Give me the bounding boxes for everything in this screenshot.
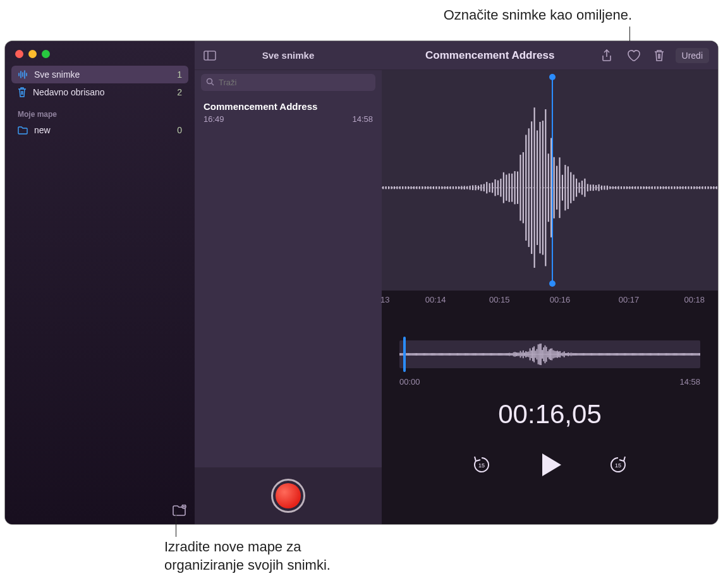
- sidebar-item-label: Nedavno obrisano: [33, 87, 105, 97]
- sidebar-item-count: 0: [177, 125, 182, 135]
- delete-button[interactable]: [652, 47, 667, 64]
- playback-controls: 15 15: [382, 451, 718, 479]
- page-title: Commencement Address: [391, 49, 590, 62]
- recording-row[interactable]: Commencement Address 16:49 14:58: [195, 95, 382, 130]
- sidebar-item-recently-deleted[interactable]: Nedavno obrisano 2: [11, 83, 188, 101]
- new-folder-button[interactable]: [171, 504, 188, 518]
- current-time: 00:16,05: [382, 399, 718, 429]
- skip-back-button[interactable]: 15: [471, 455, 492, 475]
- search-input[interactable]: [201, 74, 375, 91]
- trash-icon: [18, 87, 27, 97]
- ruler-tick: 00:15: [489, 295, 510, 304]
- sidebar-item-label: new: [34, 125, 51, 135]
- overview-playhead[interactable]: [403, 337, 406, 372]
- app-window: Sve snimke 1 Nedavno obrisano 2 Moje map…: [5, 41, 718, 524]
- record-icon: [276, 483, 301, 508]
- svg-rect-10: [204, 51, 216, 60]
- sidebar: Sve snimke 1 Nedavno obrisano 2 Moje map…: [5, 41, 195, 524]
- favorite-button[interactable]: [624, 47, 643, 64]
- recordings-list-panel: Sve snimke Commencement Address 16:49 14…: [195, 41, 382, 524]
- sidebar-item-count: 2: [177, 87, 182, 97]
- close-window[interactable]: [15, 50, 23, 58]
- overview-end: 14:58: [679, 377, 700, 387]
- edit-button[interactable]: Uredi: [676, 48, 709, 63]
- time-ruler: 13 00:14 00:15 00:16 00:17 00:18: [382, 291, 718, 315]
- callout-line: [176, 512, 176, 537]
- sidebar-item-count: 1: [177, 69, 182, 80]
- share-button[interactable]: [598, 47, 615, 64]
- folder-icon: [18, 126, 28, 135]
- list-title: Sve snimke: [262, 50, 315, 61]
- sidebar-item-all-recordings[interactable]: Sve snimke 1: [11, 66, 188, 83]
- search-icon: [206, 78, 214, 86]
- sidebar-item-label: Sve snimke: [34, 69, 80, 80]
- ruler-tick: 00:18: [684, 295, 705, 304]
- play-button[interactable]: [536, 451, 564, 479]
- main-panel: Commencement Address Uredi 13 00:14 00:1…: [382, 41, 718, 524]
- ruler-tick: 00:17: [619, 295, 640, 304]
- window-controls: [5, 41, 195, 62]
- waveform-icon: [18, 70, 28, 79]
- svg-text:15: 15: [478, 462, 485, 469]
- toggle-sidebar-button[interactable]: [204, 51, 216, 61]
- ruler-tick: 00:14: [425, 295, 446, 304]
- recording-title: Commencement Address: [204, 101, 373, 112]
- ruler-tick: 00:16: [550, 295, 571, 304]
- ruler-tick: 13: [380, 295, 389, 304]
- callout-text: organiziranje svojih snimki.: [164, 556, 331, 575]
- record-button[interactable]: [271, 479, 305, 513]
- svg-text:15: 15: [615, 462, 621, 469]
- callout-text: Izradite nove mape za: [164, 538, 331, 556]
- sidebar-section-my-folders: Moje mape: [11, 101, 188, 121]
- waveform-overview[interactable]: [399, 340, 700, 368]
- svg-line-13: [212, 83, 214, 85]
- svg-point-12: [207, 79, 212, 84]
- callout-favorite: Označite snimke kao omiljene.: [373, 6, 632, 25]
- sidebar-item-folder[interactable]: new 0: [11, 121, 188, 139]
- playhead[interactable]: [552, 76, 553, 284]
- list-header: Sve snimke: [195, 41, 382, 70]
- recording-time: 16:49: [204, 114, 224, 124]
- fullscreen-window[interactable]: [42, 50, 50, 58]
- main-toolbar: Commencement Address Uredi: [382, 41, 718, 70]
- skip-forward-button[interactable]: 15: [608, 455, 628, 475]
- overview-start: 00:00: [399, 377, 420, 387]
- recording-duration: 14:58: [352, 114, 373, 124]
- minimize-window[interactable]: [28, 50, 37, 58]
- waveform-detail[interactable]: [382, 70, 718, 291]
- callout-new-folder: Izradite nove mape za organiziranje svoj…: [164, 538, 331, 574]
